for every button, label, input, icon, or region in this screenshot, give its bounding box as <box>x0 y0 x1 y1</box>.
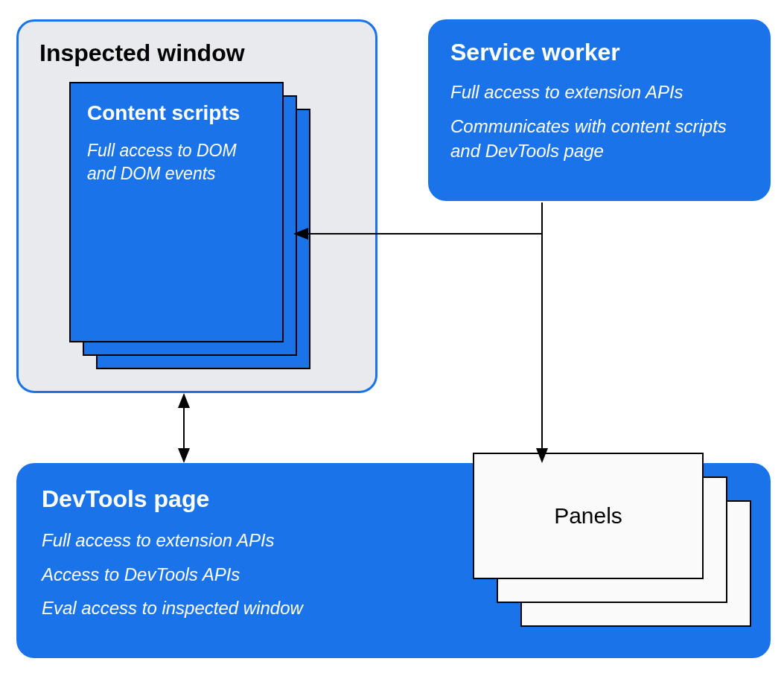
inspected-window-box: Inspected window Content scripts Full ac… <box>16 19 377 393</box>
panels-label: Panels <box>554 503 622 529</box>
panel-card-front: Panels <box>473 453 704 579</box>
service-worker-box: Service worker Full access to extension … <box>428 19 771 201</box>
content-scripts-card-front: Content scripts Full access to DOM and D… <box>69 82 284 342</box>
service-worker-title: Service worker <box>450 39 748 66</box>
diagram-container: Inspected window Content scripts Full ac… <box>0 0 784 673</box>
service-worker-desc2: Communicates with content scripts and De… <box>450 114 748 164</box>
content-scripts-desc: Full access to DOM and DOM events <box>87 139 266 185</box>
content-scripts-title: Content scripts <box>87 100 266 126</box>
inspected-window-title: Inspected window <box>39 39 354 67</box>
service-worker-desc1: Full access to extension APIs <box>450 80 748 105</box>
